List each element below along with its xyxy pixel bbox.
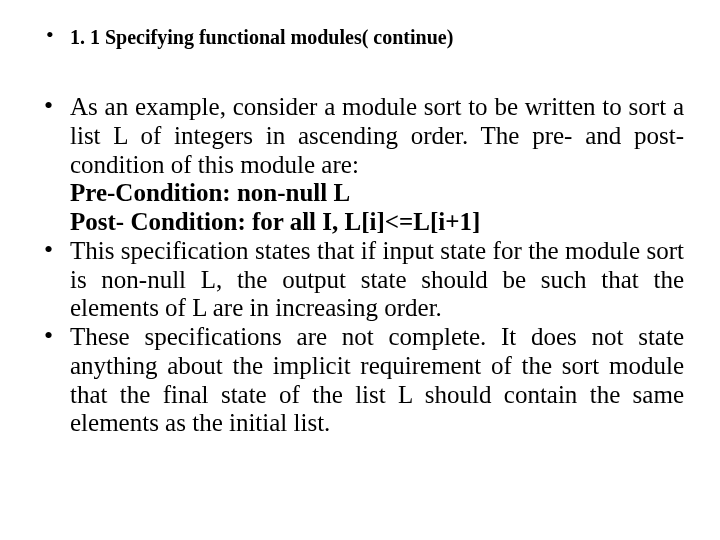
heading-list: 1. 1 Specifying functional modules( cont… xyxy=(36,24,684,51)
body-list-2: This specification states that if input … xyxy=(36,237,684,438)
slide: 1. 1 Specifying functional modules( cont… xyxy=(0,0,720,540)
slide-heading: 1. 1 Specifying functional modules( cont… xyxy=(70,26,453,48)
spacer xyxy=(36,59,684,93)
heading-item: 1. 1 Specifying functional modules( cont… xyxy=(36,24,684,51)
pre-condition: Pre-Condition: non-null L xyxy=(36,179,684,208)
bullet-incomplete: These specifications are not complete. I… xyxy=(36,323,684,438)
post-condition: Post- Condition: for all I, L[i]<=L[i+1] xyxy=(36,208,684,237)
body-list: As an example, consider a module sort to… xyxy=(36,93,684,179)
bullet-spec-states: This specification states that if input … xyxy=(36,237,684,323)
bullet-intro: As an example, consider a module sort to… xyxy=(36,93,684,179)
